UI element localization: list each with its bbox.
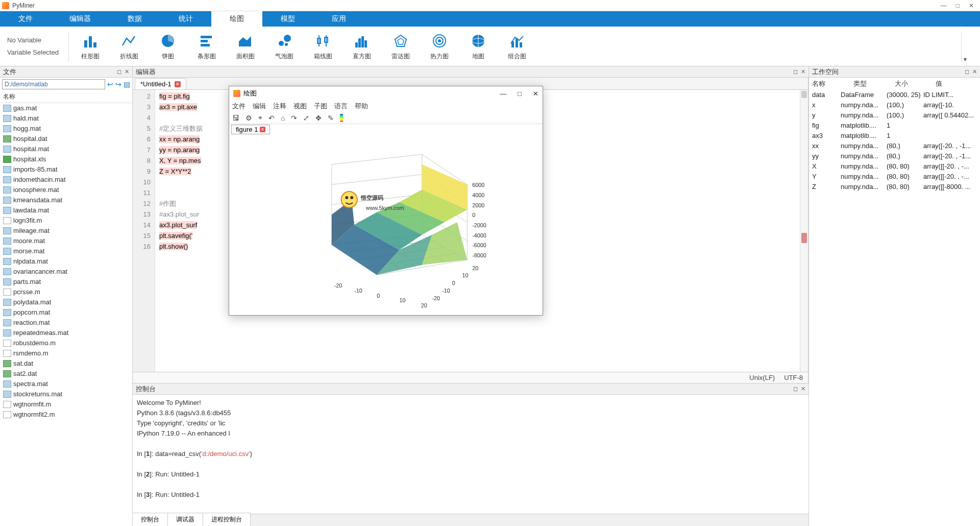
panel-undock-icon[interactable]: ◻ bbox=[793, 68, 798, 75]
menu-统计[interactable]: 统计 bbox=[160, 11, 211, 27]
plot-menu-item[interactable]: 语言 bbox=[334, 102, 348, 111]
tool-combo[interactable]: 组合图 bbox=[498, 32, 536, 61]
file-item[interactable]: parts.mat bbox=[0, 277, 132, 287]
plot-menu-item[interactable]: 视图 bbox=[293, 102, 307, 111]
workspace-row[interactable]: Ynumpy.nda...(80, 80)array([[-20. , -... bbox=[809, 172, 980, 182]
menu-文件[interactable]: 文件 bbox=[0, 11, 51, 27]
tool-map[interactable]: 地图 bbox=[459, 32, 498, 61]
file-item[interactable]: ionosphere.mat bbox=[0, 185, 132, 195]
workspace-row[interactable]: dataDataFrame(30000, 25) ID LIMIT... bbox=[809, 90, 980, 100]
tool-bar[interactable]: 柱形图 bbox=[71, 32, 110, 61]
panel-undock-icon[interactable]: ◻ bbox=[117, 68, 121, 75]
panel-close-icon[interactable]: ✕ bbox=[125, 68, 129, 75]
file-item[interactable]: lawdata.mat bbox=[0, 205, 132, 216]
tool-heat[interactable]: 热力图 bbox=[420, 32, 459, 61]
file-item[interactable]: gas.mat bbox=[0, 103, 132, 113]
workspace-row[interactable]: Xnumpy.nda...(80, 80)array([[-20. , -... bbox=[809, 161, 980, 172]
file-item[interactable]: hospital.xls bbox=[0, 154, 132, 164]
maximize-button[interactable]: □ bbox=[956, 2, 960, 9]
plot-menu-item[interactable]: 编辑 bbox=[253, 102, 266, 111]
file-item[interactable]: kmeansdata.mat bbox=[0, 195, 132, 205]
plot-menu-item[interactable]: 注释 bbox=[273, 102, 286, 111]
forward-icon[interactable]: ↷ bbox=[291, 114, 297, 122]
console-tab[interactable]: 控制台 bbox=[133, 513, 168, 526]
home-icon[interactable]: ⌂ bbox=[281, 114, 285, 122]
file-item[interactable]: reaction.mat bbox=[0, 318, 132, 328]
file-item[interactable]: nlpdata.mat bbox=[0, 256, 132, 267]
plot-titlebar[interactable]: 绘图 — □ ✕ bbox=[229, 86, 543, 101]
plot-menu-item[interactable]: 文件 bbox=[232, 102, 246, 111]
ws-col-name[interactable]: 名称 bbox=[812, 79, 853, 88]
file-item[interactable]: hospital.mat bbox=[0, 144, 132, 154]
workspace-list[interactable]: dataDataFrame(30000, 25) ID LIMIT...xnum… bbox=[809, 90, 980, 526]
workspace-row[interactable]: ynumpy.nda...(100,)array([ 0.54402... bbox=[809, 110, 980, 121]
pan-icon[interactable]: ✥ bbox=[315, 114, 322, 122]
tool-bubble[interactable]: 气泡图 bbox=[265, 32, 304, 61]
minimize-button[interactable]: — bbox=[941, 2, 947, 9]
file-item[interactable]: popcorn.mat bbox=[0, 307, 132, 318]
console-tab[interactable]: 调试器 bbox=[168, 513, 203, 526]
file-item[interactable]: sat.dat bbox=[0, 358, 132, 369]
plot-minimize-button[interactable]: — bbox=[500, 90, 506, 98]
ws-col-size[interactable]: 大小 bbox=[895, 79, 936, 88]
tool-box[interactable]: 箱线图 bbox=[304, 32, 342, 61]
panel-undock-icon[interactable]: ◻ bbox=[965, 68, 969, 75]
ws-col-type[interactable]: 类型 bbox=[853, 79, 895, 88]
workspace-row[interactable]: ax3matplotlib....1 bbox=[809, 131, 980, 141]
panel-close-icon[interactable]: ✕ bbox=[972, 68, 977, 75]
file-item[interactable]: morse.mat bbox=[0, 246, 132, 256]
file-item[interactable]: stockreturns.mat bbox=[0, 389, 132, 399]
file-item[interactable]: hospital.dat bbox=[0, 134, 132, 144]
menu-绘图[interactable]: 绘图 bbox=[211, 11, 262, 27]
panel-close-icon[interactable]: ✕ bbox=[801, 386, 805, 392]
workspace-row[interactable]: xnumpy.nda...(100,)array([-10. bbox=[809, 100, 980, 110]
file-item[interactable]: imports-85.mat bbox=[0, 164, 132, 175]
tab-close-icon[interactable]: ✕ bbox=[175, 81, 181, 87]
file-item[interactable]: wgtnormfit2.m bbox=[0, 410, 132, 420]
file-item[interactable]: mileage.mat bbox=[0, 226, 132, 236]
file-item[interactable]: hald.mat bbox=[0, 113, 132, 124]
file-item[interactable]: wgtnormfit.m bbox=[0, 399, 132, 410]
workspace-row[interactable]: yynumpy.nda...(80,)array([-20. , -1... bbox=[809, 151, 980, 161]
tool-line[interactable]: 折线图 bbox=[110, 32, 149, 61]
editor-scrollbar[interactable] bbox=[800, 90, 808, 372]
close-button[interactable]: ✕ bbox=[969, 2, 974, 9]
path-forward-icon[interactable]: ↪ bbox=[115, 80, 121, 88]
colorbar-icon[interactable] bbox=[340, 114, 343, 122]
menu-数据[interactable]: 数据 bbox=[109, 11, 160, 27]
console-tab[interactable]: 进程控制台 bbox=[203, 513, 251, 526]
plot-maximize-button[interactable]: □ bbox=[518, 90, 522, 98]
plot-close-button[interactable]: ✕ bbox=[533, 90, 538, 98]
file-item[interactable]: indomethacin.mat bbox=[0, 175, 132, 185]
ribbon-dropdown-icon[interactable]: ▾ bbox=[964, 56, 976, 66]
tool-pie[interactable]: 饼图 bbox=[149, 32, 187, 61]
files-column-header[interactable]: 名称 bbox=[0, 91, 132, 103]
tool-hbar[interactable]: 条形图 bbox=[187, 32, 226, 61]
figure-tab-close-icon[interactable]: ✕ bbox=[260, 127, 265, 132]
panel-close-icon[interactable]: ✕ bbox=[801, 68, 805, 75]
plot-menu-item[interactable]: 帮助 bbox=[355, 102, 368, 111]
plot-window[interactable]: 绘图 — □ ✕ 文件编辑注释视图子图语言帮助 🖫 ⚙ ⌖ ↶ ⌂ ↷ ⤢ ✥ … bbox=[229, 86, 543, 316]
file-item[interactable]: hogg.mat bbox=[0, 124, 132, 134]
menu-应用[interactable]: 应用 bbox=[313, 11, 364, 27]
file-item[interactable]: spectra.mat bbox=[0, 379, 132, 389]
edit-icon[interactable]: ✎ bbox=[328, 114, 334, 122]
back-icon[interactable]: ↶ bbox=[268, 114, 275, 122]
tool-area[interactable]: 面积图 bbox=[226, 32, 265, 61]
file-item[interactable]: moore.mat bbox=[0, 236, 132, 246]
console-output[interactable]: Welcome To PyMiner!Python 3.8.6 (tags/v3… bbox=[133, 395, 808, 514]
file-item[interactable]: logn3fit.m bbox=[0, 216, 132, 226]
ws-col-value[interactable]: 值 bbox=[936, 79, 977, 88]
workspace-row[interactable]: xxnumpy.nda...(80,)array([-20. , -1... bbox=[809, 141, 980, 151]
path-browse-icon[interactable]: ▤ bbox=[124, 80, 130, 88]
file-item[interactable]: robustdemo.m bbox=[0, 338, 132, 348]
file-item[interactable]: repeatedmeas.mat bbox=[0, 328, 132, 338]
save-icon[interactable]: 🖫 bbox=[232, 114, 239, 122]
file-item[interactable]: rsmdemo.m bbox=[0, 348, 132, 358]
file-item[interactable]: ovariancancer.mat bbox=[0, 267, 132, 277]
menu-模型[interactable]: 模型 bbox=[262, 11, 313, 27]
menu-编辑器[interactable]: 编辑器 bbox=[51, 11, 109, 27]
file-item[interactable]: polydata.mat bbox=[0, 297, 132, 307]
panel-undock-icon[interactable]: ◻ bbox=[793, 386, 798, 392]
file-item[interactable]: pcrsse.m bbox=[0, 287, 132, 297]
